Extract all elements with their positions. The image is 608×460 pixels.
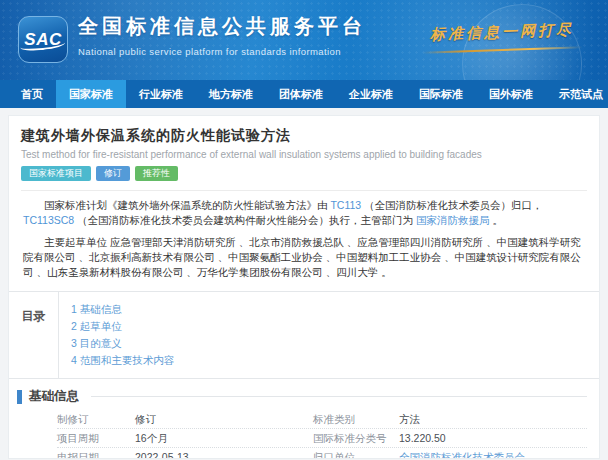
site-branding: 全国标准信息公共服务平台 National public service pla… xyxy=(78,13,366,57)
field-label: 标准类别 xyxy=(313,413,399,425)
field-value: 修订 xyxy=(135,413,313,425)
site-subtitle: National public service platform for sta… xyxy=(78,46,366,57)
status-badge: 国家标准项目 xyxy=(21,166,91,181)
toc-box: 目录 1 基础信息 2 起草单位 3 目的意义 4 范围和主要技术内容 xyxy=(9,291,599,379)
nav-item[interactable]: 示范试点 xyxy=(546,80,608,108)
sac-logo[interactable]: SAC xyxy=(18,16,68,63)
paragraph-segment: （全国消防标准化技术委员会）归口， xyxy=(364,199,543,211)
main-nav: 首页 国家标准 行业标准 地方标准 团体标准 企业标准 国际标准 国外标准 示范… xyxy=(0,80,608,108)
paragraph-segment: （全国消防标准化技术委员会建筑构件耐火性能分会）执行，主管部门为 xyxy=(77,214,413,226)
paragraph-segment: 国家标准计划《建筑外墙外保温系统的防火性能试验方法》由 xyxy=(44,199,330,211)
paragraph-segment[interactable]: TC113 xyxy=(330,199,361,211)
sac-logo-text: SAC xyxy=(24,30,61,50)
standard-title-cn: 建筑外墙外保温系统的防火性能试验方法 xyxy=(21,127,587,145)
intro-paragraph-2: 主要起草单位 应急管理部天津消防研究所 、北京市消防救援总队 、应急管理部四川消… xyxy=(23,235,585,280)
field-value: 2022-05-13 xyxy=(135,451,313,459)
toc-link[interactable]: 1 基础信息 xyxy=(71,301,599,318)
paragraph-segment: 。 xyxy=(492,214,503,226)
field-label: 制修订 xyxy=(57,413,135,425)
table-row: 制修订 修订 标准类别 方法 xyxy=(57,410,587,429)
content-card: 建筑外墙外保温系统的防火性能试验方法 Test method for fire-… xyxy=(8,115,600,459)
field-label: 申报日期 xyxy=(57,451,135,459)
section-marker xyxy=(17,390,22,404)
field-label: 项目周期 xyxy=(57,432,135,444)
site-header: SAC 全国标准信息公共服务平台 National public service… xyxy=(0,0,608,80)
nav-item[interactable]: 国家标准 xyxy=(56,80,126,108)
basic-info-table: 制修订 修订 标准类别 方法 项目周期 16个月 国际标准分类号 13.220.… xyxy=(57,410,587,459)
section-title: 基础信息 xyxy=(29,388,79,405)
paragraph-segment[interactable]: TC113SC8 xyxy=(23,214,74,226)
table-row: 项目周期 16个月 国际标准分类号 13.220.50 xyxy=(57,429,587,448)
status-badge: 推荐性 xyxy=(135,166,178,181)
basic-info-header: 基础信息 xyxy=(17,388,587,405)
nav-item[interactable]: 国际标准 xyxy=(406,80,476,108)
paragraph-segment[interactable]: 国家消防救援局 xyxy=(416,214,490,226)
toc-link[interactable]: 3 目的意义 xyxy=(71,335,599,352)
nav-item[interactable]: 首页 xyxy=(8,80,56,108)
field-label: 归口单位 xyxy=(313,451,399,459)
nav-item[interactable]: 地方标准 xyxy=(196,80,266,108)
standard-title-block: 建筑外墙外保温系统的防火性能试验方法 Test method for fire-… xyxy=(9,116,599,181)
nav-item[interactable]: 行业标准 xyxy=(126,80,196,108)
field-value[interactable]: 全国消防标准化技术委员会 xyxy=(399,451,587,459)
field-value: 13.220.50 xyxy=(399,432,587,444)
standard-title-en: Test method for fire-resistant performan… xyxy=(21,149,587,160)
nav-item[interactable]: 企业标准 xyxy=(336,80,406,108)
site-slogan: 标准信息一网打尽 xyxy=(430,20,575,44)
section-rule xyxy=(91,396,587,397)
field-value: 方法 xyxy=(399,413,587,425)
field-label: 国际标准分类号 xyxy=(313,432,399,444)
table-row: 申报日期 2022-05-13 归口单位 全国消防标准化技术委员会 xyxy=(57,448,587,459)
toc-list: 1 基础信息 2 起草单位 3 目的意义 4 范围和主要技术内容 xyxy=(59,292,599,378)
title-divider xyxy=(21,190,587,191)
toc-link[interactable]: 4 范围和主要技术内容 xyxy=(71,352,599,369)
toc-label: 目录 xyxy=(9,292,59,378)
intro-paragraph-1: 国家标准计划《建筑外墙外保温系统的防火性能试验方法》由 TC113 （全国消防标… xyxy=(23,198,585,228)
status-badge: 修订 xyxy=(96,166,130,181)
toc-link[interactable]: 2 起草单位 xyxy=(71,318,599,335)
site-title: 全国标准信息公共服务平台 xyxy=(78,13,366,40)
nav-item[interactable]: 国外标准 xyxy=(476,80,546,108)
nav-item[interactable]: 团体标准 xyxy=(266,80,336,108)
field-value: 16个月 xyxy=(135,432,313,444)
badge-row: 国家标准项目 修订 推荐性 xyxy=(21,166,587,181)
